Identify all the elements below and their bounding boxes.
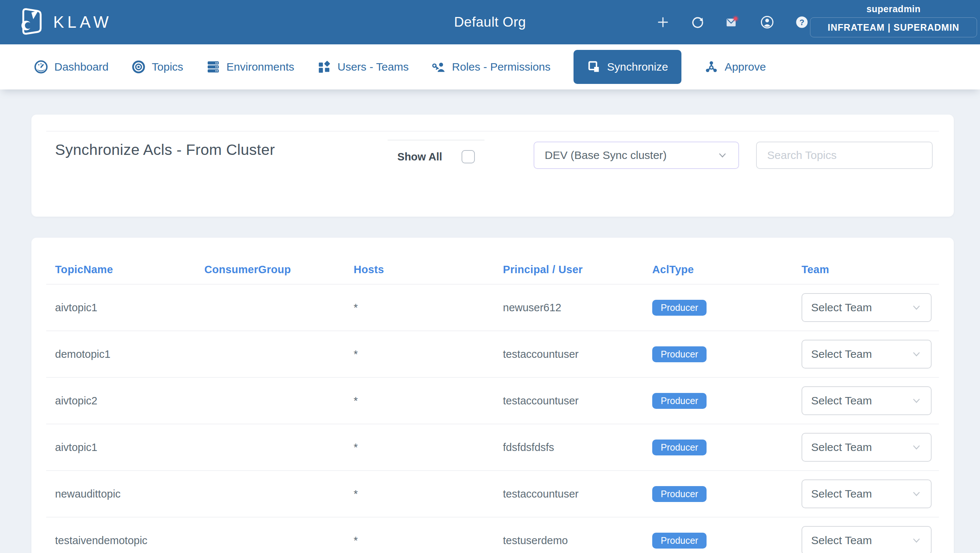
cell-hosts: * — [345, 348, 494, 360]
brand-name: KLAW — [53, 13, 112, 32]
table-body: aivtopic1 * newuser612 Producer Select T… — [46, 285, 939, 553]
cell-principal: testaccountuser — [494, 348, 643, 360]
search-topics-input[interactable] — [757, 142, 932, 168]
cell-hosts: * — [345, 395, 494, 407]
cell-principal: testuserdemo — [494, 534, 643, 547]
svg-text:?: ? — [799, 18, 804, 27]
org-title: Default Org — [454, 0, 526, 45]
team-select[interactable]: Select Team — [802, 433, 932, 462]
dashboard-icon — [34, 60, 48, 74]
panel-divider — [46, 131, 939, 132]
table-row: aivtopic1 * newuser612 Producer Select T… — [46, 285, 939, 331]
acl-type-badge: Producer — [652, 533, 706, 548]
top-navbar: KLAW Default Org — [0, 0, 980, 45]
cluster-select[interactable]: DEV (Base Sync cluster) — [534, 142, 739, 169]
table-row: aivtopic2 * testaccountuser Producer Sel… — [46, 378, 939, 424]
users-teams-icon — [317, 60, 331, 74]
roles-permissions-icon — [432, 60, 445, 74]
acl-type-badge: Producer — [652, 300, 706, 316]
team-select[interactable]: Select Team — [802, 386, 932, 415]
tab-label: Topics — [152, 61, 183, 73]
cell-topic-name: aivtopic1 — [46, 302, 196, 314]
cell-hosts: * — [345, 302, 494, 314]
col-header-team[interactable]: Team — [793, 264, 939, 276]
main-nav-tabbar: Dashboard Topics Environments Users - Te… — [0, 45, 980, 89]
plus-icon[interactable] — [655, 14, 671, 30]
col-header-hosts[interactable]: Hosts — [345, 264, 494, 276]
chevron-down-icon — [911, 535, 922, 546]
cell-hosts: * — [345, 488, 494, 500]
acl-table: TopicName ConsumerGroup Hosts Principal … — [46, 238, 939, 553]
tab-environments[interactable]: Environments — [206, 60, 294, 74]
team-role-select[interactable]: INFRATEAM | SUPERADMIN — [810, 18, 977, 37]
tab-synchronize[interactable]: Synchronize — [574, 50, 681, 84]
tab-label: Users - Teams — [337, 61, 409, 73]
show-all-checkbox[interactable] — [461, 150, 475, 163]
acl-type-badge: Producer — [652, 393, 706, 409]
search-topics-field — [756, 142, 933, 169]
page-title: Synchronize Acls - From Cluster — [55, 141, 275, 159]
cell-acl-type: Producer — [643, 393, 793, 409]
cell-acl-type: Producer — [643, 346, 793, 362]
cell-principal: newuser612 — [494, 302, 643, 314]
sync-acls-panel: Synchronize Acls - From Cluster Show All… — [32, 115, 954, 217]
cluster-select-value: DEV (Base Sync cluster) — [545, 149, 667, 161]
mail-notification-icon[interactable] — [724, 14, 741, 30]
tab-label: Approve — [725, 61, 766, 73]
username-label: superadmin — [810, 4, 977, 14]
team-select[interactable]: Select Team — [802, 340, 932, 368]
team-select[interactable]: Select Team — [802, 526, 932, 553]
cell-topic-name: newaudittopic — [46, 488, 196, 500]
acl-table-card: TopicName ConsumerGroup Hosts Principal … — [32, 238, 954, 553]
cell-acl-type: Producer — [643, 486, 793, 502]
help-icon[interactable]: ? — [794, 14, 810, 30]
chevron-down-icon — [717, 150, 728, 161]
col-header-topicname[interactable]: TopicName — [46, 264, 196, 276]
tab-approve[interactable]: Approve — [704, 60, 766, 74]
team-select-value: Select Team — [811, 394, 872, 407]
user-block: superadmin INFRATEAM | SUPERADMIN — [810, 4, 977, 37]
tab-dashboard[interactable]: Dashboard — [34, 60, 109, 74]
table-row: testaivendemotopic * testuserdemo Produc… — [46, 518, 939, 553]
chevron-down-icon — [911, 442, 922, 453]
chevron-down-icon — [911, 488, 922, 499]
environments-icon — [206, 60, 220, 74]
team-select[interactable]: Select Team — [802, 480, 932, 508]
team-select[interactable]: Select Team — [802, 293, 932, 322]
cell-topic-name: aivtopic1 — [46, 441, 196, 454]
tab-label: Dashboard — [54, 61, 109, 73]
profile-icon[interactable] — [759, 14, 775, 30]
cell-principal: testaccountuser — [494, 488, 643, 500]
cell-acl-type: Producer — [643, 300, 793, 316]
team-select-value: Select Team — [811, 488, 872, 500]
col-header-principal[interactable]: Principal / User — [494, 264, 643, 276]
team-select-value: Select Team — [811, 301, 872, 314]
acl-type-badge: Producer — [652, 440, 706, 456]
tab-users-teams[interactable]: Users - Teams — [317, 60, 409, 74]
acl-type-badge: Producer — [652, 486, 706, 502]
col-header-consumergroup[interactable]: ConsumerGroup — [196, 264, 345, 276]
tab-label: Roles - Permissions — [452, 61, 550, 73]
refresh-icon[interactable] — [690, 14, 706, 30]
cell-principal: testaccountuser — [494, 395, 643, 407]
cell-acl-type: Producer — [643, 533, 793, 548]
chevron-down-icon — [911, 395, 922, 406]
tab-label: Environments — [226, 61, 294, 73]
cell-hosts: * — [345, 441, 494, 454]
show-all-label: Show All — [397, 151, 442, 163]
col-header-acltype[interactable]: AclType — [643, 264, 793, 276]
chevron-down-icon — [911, 302, 922, 313]
team-select-value: Select Team — [811, 348, 872, 360]
navbar-icons: ? — [655, 0, 810, 45]
klaw-logo-icon — [19, 6, 44, 38]
tab-roles-permissions[interactable]: Roles - Permissions — [432, 60, 550, 74]
table-header-row: TopicName ConsumerGroup Hosts Principal … — [46, 238, 939, 285]
table-row: newaudittopic * testaccountuser Producer… — [46, 471, 939, 518]
team-select-value: Select Team — [811, 441, 872, 454]
tab-topics[interactable]: Topics — [132, 60, 183, 74]
brand[interactable]: KLAW — [19, 0, 112, 45]
topics-icon — [132, 60, 146, 74]
team-role-value: INFRATEAM | SUPERADMIN — [828, 22, 959, 33]
cell-acl-type: Producer — [643, 440, 793, 456]
cell-hosts: * — [345, 534, 494, 547]
